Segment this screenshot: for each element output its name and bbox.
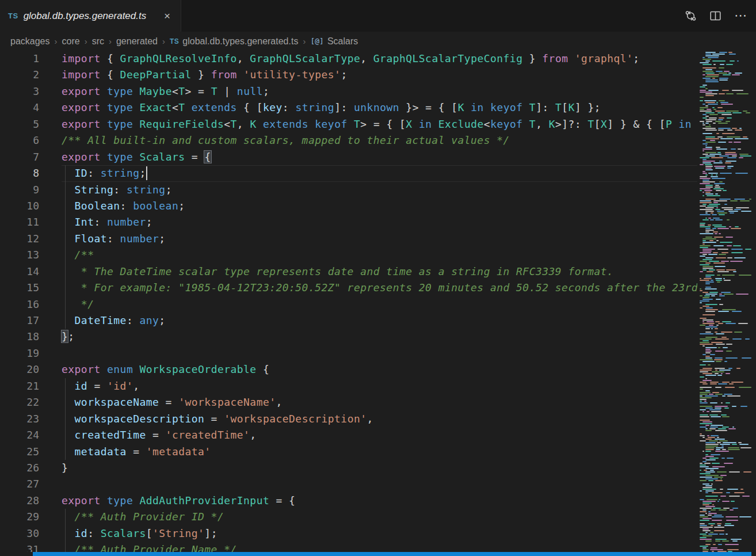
tab-bar: TS global.db.types.generated.ts × xyxy=(0,0,756,32)
code-line-20[interactable]: export enum WorkspaceOrderable { xyxy=(62,361,756,378)
code-line-19[interactable] xyxy=(62,345,756,361)
minimap-line xyxy=(700,145,751,146)
breadcrumb-item-global-db-types-generated-ts[interactable]: TSglobal.db.types.generated.ts xyxy=(170,36,298,47)
code-token: ]: xyxy=(536,101,555,113)
minimap-line xyxy=(700,371,751,372)
minimap-line xyxy=(700,423,751,424)
minimap-line xyxy=(700,155,751,157)
code-line-10[interactable]: Boolean: boolean; xyxy=(62,198,756,214)
code-token: null xyxy=(237,85,263,97)
split-editor-icon[interactable] xyxy=(709,10,721,22)
code-line-21[interactable]: id = 'id', xyxy=(62,378,756,394)
code-line-15[interactable]: * For example: "1985-04-12T23:20:50.52Z"… xyxy=(62,280,756,296)
code-line-18[interactable]: }; xyxy=(62,329,756,345)
code-line-27[interactable] xyxy=(62,476,756,492)
minimap-line xyxy=(700,475,751,476)
code-token: unknown xyxy=(354,101,399,113)
line-number: 14 xyxy=(0,264,39,280)
code-token: = xyxy=(159,396,178,408)
code-token: in xyxy=(471,101,484,113)
breadcrumb-item-generated[interactable]: generated xyxy=(116,36,158,47)
minimap-line xyxy=(700,219,751,220)
minimap-line xyxy=(700,148,751,150)
code-line-11[interactable]: Int: number; xyxy=(62,214,756,230)
code-line-22[interactable]: workspaceName = 'workspaceName', xyxy=(62,394,756,410)
code-lines[interactable]: import { GraphQLResolveInfo, GraphQLScal… xyxy=(39,51,756,552)
breadcrumb-item-src[interactable]: src xyxy=(92,36,104,47)
code-line-12[interactable]: Float: number; xyxy=(62,231,756,247)
code-token xyxy=(62,216,75,228)
minimap-line xyxy=(700,452,751,454)
minimap-line xyxy=(700,278,751,279)
code-token xyxy=(133,151,139,163)
minimap-line xyxy=(700,530,751,531)
tab-global-db-types-generated[interactable]: TS global.db.types.generated.ts × xyxy=(0,0,181,32)
code-token xyxy=(432,118,438,130)
code-line-13[interactable]: /** xyxy=(62,247,756,263)
code-line-24[interactable]: createdTime = 'createdTime', xyxy=(62,427,756,443)
code-line-29[interactable]: /** Auth Provider ID */ xyxy=(62,509,756,525)
code-token: X xyxy=(406,118,412,130)
minimap-line xyxy=(700,368,751,369)
line-number: 8 xyxy=(0,165,39,181)
code-token: ; xyxy=(159,233,165,245)
code-line-23[interactable]: workspaceDescription = 'workspaceDescrip… xyxy=(62,411,756,427)
open-changes-icon[interactable] xyxy=(685,10,697,22)
minimap-line xyxy=(700,375,751,376)
code-line-31[interactable]: /** Auth Provider Name */ xyxy=(62,542,756,552)
code-line-14[interactable]: * The DateTime scalar type represents da… xyxy=(62,264,756,280)
minimap-line xyxy=(700,351,751,352)
code-line-4[interactable]: export type Exact<T extends { [key: stri… xyxy=(62,100,756,116)
minimap-line xyxy=(700,421,751,422)
code-token: { xyxy=(101,52,120,64)
symbol-icon: [@] xyxy=(310,37,323,45)
minimap-line xyxy=(700,173,751,174)
code-line-7[interactable]: export type Scalars = { xyxy=(62,149,756,165)
minimap-line xyxy=(700,325,751,326)
minimap-line xyxy=(700,221,751,222)
breadcrumb-item-core[interactable]: core xyxy=(62,36,80,47)
minimap-line xyxy=(700,442,751,443)
code-line-9[interactable]: String: string; xyxy=(62,182,756,198)
minimap-line xyxy=(700,515,751,516)
close-icon[interactable]: × xyxy=(162,9,173,22)
minimap-line xyxy=(700,130,751,131)
minimap-line xyxy=(700,347,751,348)
minimap-line xyxy=(700,128,751,129)
code-line-8[interactable]: ID: string; xyxy=(62,165,756,181)
code-token xyxy=(62,314,75,326)
breadcrumb-item-scalars[interactable]: [@]Scalars xyxy=(310,36,358,47)
minimap-line xyxy=(700,483,751,485)
code-token: Float xyxy=(75,233,107,245)
code-line-26[interactable]: } xyxy=(62,460,756,476)
code-line-28[interactable]: export type AddAuthProviderInput = { xyxy=(62,493,756,509)
breadcrumb-item-packages[interactable]: packages xyxy=(10,36,50,47)
editor[interactable]: 1234567891011121314151617181920212223242… xyxy=(0,51,756,552)
code-token: T xyxy=(211,85,217,97)
code-token xyxy=(62,527,75,539)
indent-guide xyxy=(65,231,66,247)
code-line-17[interactable]: DateTime: any; xyxy=(62,313,756,329)
code-token: keyof xyxy=(315,118,347,130)
code-token: , xyxy=(276,396,282,408)
code-line-1[interactable]: import { GraphQLResolveInfo, GraphQLScal… xyxy=(62,51,756,67)
code-token xyxy=(523,101,529,113)
minimap-line xyxy=(700,454,751,455)
minimap[interactable] xyxy=(697,51,756,552)
minimap-line xyxy=(700,513,751,514)
code-line-30[interactable]: id: Scalars['String']; xyxy=(62,525,756,542)
code-line-3[interactable]: export type Maybe<T> = T | null; xyxy=(62,83,756,100)
minimap-line xyxy=(700,249,751,250)
code-line-25[interactable]: metadata = 'metadata' xyxy=(62,444,756,460)
minimap-line xyxy=(700,354,751,355)
line-number: 28 xyxy=(0,493,39,509)
minimap-line xyxy=(700,416,751,417)
more-actions-icon[interactable]: ⋯ xyxy=(734,13,747,18)
minimap-line xyxy=(700,223,751,224)
code-line-5[interactable]: export type RequireFields<T, K extends k… xyxy=(62,116,756,132)
code-token xyxy=(62,184,75,196)
code-line-6[interactable]: /** All built-in and custom scalars, map… xyxy=(62,132,756,148)
code-line-16[interactable]: */ xyxy=(62,296,756,313)
code-line-2[interactable]: import { DeepPartial } from 'utility-typ… xyxy=(62,67,756,83)
minimap-line xyxy=(700,542,751,543)
